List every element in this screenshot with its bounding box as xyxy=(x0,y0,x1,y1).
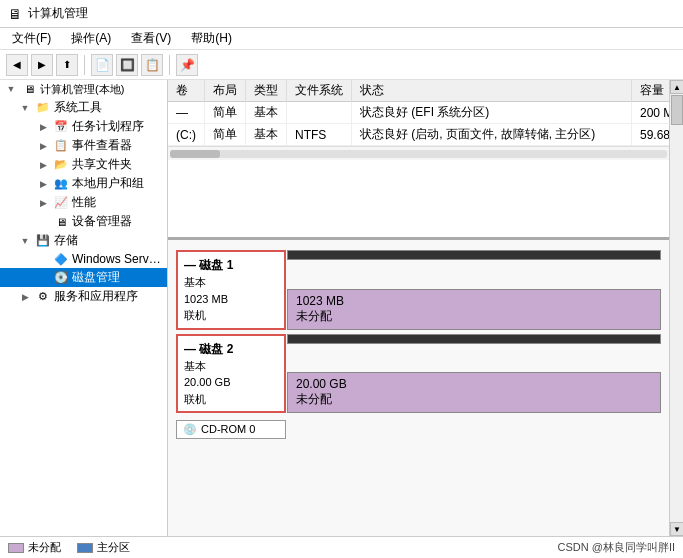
cell-status-0: 状态良好 (EFI 系统分区) xyxy=(352,102,632,124)
right-panel: 卷 布局 类型 文件系统 状态 容量 可用空间 — 简单 xyxy=(168,80,669,536)
col-status: 状态 xyxy=(352,80,632,102)
tree-item-eventviewer[interactable]: ▶ 📋 事件查看器 xyxy=(0,136,167,155)
tree-task-label: 任务计划程序 xyxy=(72,118,144,135)
menu-view[interactable]: 查看(V) xyxy=(127,30,175,47)
tree-item-devmgr[interactable]: ▶ 🖥 设备管理器 xyxy=(0,212,167,231)
legend-primary-label: 主分区 xyxy=(97,540,130,555)
disk2-partitions: 20.00 GB 未分配 xyxy=(286,334,661,414)
toolbar-sep2 xyxy=(169,55,170,75)
disk2-label: — 磁盘 2 基本 20.00 GB 联机 xyxy=(176,334,286,414)
tree-item-wsb[interactable]: ▶ 🔷 Windows Server Back xyxy=(0,250,167,268)
diskmgmt-icon: 💽 xyxy=(53,270,69,286)
tree-expand-perf: ▶ xyxy=(36,196,50,210)
title-bar: 🖥 计算机管理 xyxy=(0,0,683,28)
legend-primary: 主分区 xyxy=(77,540,130,555)
tree-item-systools[interactable]: ▼ 📁 系统工具 xyxy=(0,98,167,117)
folder-icon: 📁 xyxy=(35,100,51,116)
disk1-row: — 磁盘 1 基本 1023 MB 联机 1023 MB 未分配 xyxy=(176,250,661,330)
toolbar-btn1[interactable]: 📄 xyxy=(91,54,113,76)
toolbar-btn3[interactable]: 📋 xyxy=(141,54,163,76)
perf-icon: 📈 xyxy=(53,195,69,211)
toolbar-btn4[interactable]: 📌 xyxy=(176,54,198,76)
cell-layout-0: 简单 xyxy=(205,102,246,124)
app-window: 🖥 计算机管理 文件(F) 操作(A) 查看(V) 帮助(H) ◀ ▶ ⬆ 📄 … xyxy=(0,0,683,558)
col-fs: 文件系统 xyxy=(287,80,352,102)
vscroll-thumb[interactable] xyxy=(671,95,683,125)
disk2-unalloc-block: 20.00 GB 未分配 xyxy=(287,372,661,413)
tree-item-services[interactable]: ▶ ⚙ 服务和应用程序 xyxy=(0,287,167,306)
tree-item-users[interactable]: ▶ 👥 本地用户和组 xyxy=(0,174,167,193)
legend-primary-color xyxy=(77,543,93,553)
col-type: 类型 xyxy=(246,80,287,102)
shared-icon: 📂 xyxy=(53,157,69,173)
disk2-row: — 磁盘 2 基本 20.00 GB 联机 20.00 GB 未 xyxy=(176,334,661,414)
tree-item-perf[interactable]: ▶ 📈 性能 xyxy=(0,193,167,212)
menu-help[interactable]: 帮助(H) xyxy=(187,30,236,47)
tree-item-diskmgmt[interactable]: ▶ 💽 磁盘管理 xyxy=(0,268,167,287)
col-capacity: 容量 xyxy=(632,80,670,102)
tree-item-shared[interactable]: ▶ 📂 共享文件夹 xyxy=(0,155,167,174)
legend-unalloc-label: 未分配 xyxy=(28,540,61,555)
cdrom-label: 💿 CD-ROM 0 xyxy=(176,420,286,439)
tree-services-label: 服务和应用程序 xyxy=(54,288,138,305)
content-area: ▼ 🖥 计算机管理(本地) ▼ 📁 系统工具 ▶ 📅 任务计划程序 ▶ 📋 事件… xyxy=(0,80,683,536)
tree-root-label: 计算机管理(本地) xyxy=(40,82,124,97)
cell-fs-1: NTFS xyxy=(287,124,352,146)
menu-file[interactable]: 文件(F) xyxy=(8,30,55,47)
toolbar-forward[interactable]: ▶ xyxy=(31,54,53,76)
disk1-partitions: 1023 MB 未分配 xyxy=(286,250,661,330)
disk-view-vscroll[interactable]: ▲ ▼ xyxy=(669,80,683,536)
menu-bar: 文件(F) 操作(A) 查看(V) 帮助(H) xyxy=(0,28,683,50)
disk1-status: 联机 xyxy=(184,307,278,324)
toolbar: ◀ ▶ ⬆ 📄 🔲 📋 📌 xyxy=(0,50,683,80)
disk2-partition-row xyxy=(286,334,661,373)
tree-expand-systools: ▼ xyxy=(18,101,32,115)
disk1-unalloc-label: 未分配 xyxy=(296,308,652,325)
event-icon: 📋 xyxy=(53,138,69,154)
tree-expand-root: ▼ xyxy=(4,82,18,96)
toolbar-up[interactable]: ⬆ xyxy=(56,54,78,76)
legend-unalloc: 未分配 xyxy=(8,540,61,555)
col-layout: 布局 xyxy=(205,80,246,102)
tree-expand-task: ▶ xyxy=(36,120,50,134)
cell-vol-1: (C:) xyxy=(168,124,205,146)
disk1-partition-row xyxy=(286,250,661,289)
cell-cap-0: 200 MB xyxy=(632,102,670,124)
tree-item-storage[interactable]: ▼ 💾 存储 xyxy=(0,231,167,250)
tree-shared-label: 共享文件夹 xyxy=(72,156,132,173)
tree-expand-event: ▶ xyxy=(36,139,50,153)
disk1-type: 基本 xyxy=(184,274,278,291)
tree-item-taskscheduler[interactable]: ▶ 📅 任务计划程序 xyxy=(0,117,167,136)
menu-action[interactable]: 操作(A) xyxy=(67,30,115,47)
table-hscroll-thumb[interactable] xyxy=(170,150,220,158)
bottom-right-text: CSDN @林良同学叫胖II xyxy=(557,540,675,555)
cell-layout-1: 简单 xyxy=(205,124,246,146)
tree-event-label: 事件查看器 xyxy=(72,137,132,154)
cdrom-text: CD-ROM 0 xyxy=(201,423,255,435)
disk1-header-bar xyxy=(287,250,661,260)
cdrom-row: 💿 CD-ROM 0 xyxy=(176,417,661,441)
table-row[interactable]: (C:) 简单 基本 NTFS 状态良好 (启动, 页面文件, 故障转储, 主分… xyxy=(168,124,669,146)
table-hscroll[interactable] xyxy=(168,146,669,160)
vscroll-up[interactable]: ▲ xyxy=(670,80,683,94)
tree-wsb-label: Windows Server Back xyxy=(72,252,162,266)
bottom-bar: 未分配 主分区 CSDN @林良同学叫胖II xyxy=(0,536,683,558)
tree-expand-storage: ▼ xyxy=(18,234,32,248)
tree-root[interactable]: ▼ 🖥 计算机管理(本地) xyxy=(0,80,167,98)
table-row[interactable]: — 简单 基本 状态良好 (EFI 系统分区) 200 MB 200 MB xyxy=(168,102,669,124)
storage-icon: 💾 xyxy=(35,233,51,249)
disk2-title: — 磁盘 2 xyxy=(184,340,278,358)
disk2-type: 基本 xyxy=(184,358,278,375)
vscroll-down[interactable]: ▼ xyxy=(670,522,683,536)
disk1-unalloc-block: 1023 MB 未分配 xyxy=(287,289,661,330)
disk-view-area: — 磁盘 1 基本 1023 MB 联机 1023 MB 未分配 xyxy=(168,240,669,536)
cell-type-1: 基本 xyxy=(246,124,287,146)
task-icon: 📅 xyxy=(53,119,69,135)
tree-perf-label: 性能 xyxy=(72,194,96,211)
volume-table: 卷 布局 类型 文件系统 状态 容量 可用空间 — 简单 xyxy=(168,80,669,146)
tree-expand-services: ▶ xyxy=(18,290,32,304)
tree-expand-shared: ▶ xyxy=(36,158,50,172)
tree-devmgr-label: 设备管理器 xyxy=(72,213,132,230)
toolbar-back[interactable]: ◀ xyxy=(6,54,28,76)
toolbar-btn2[interactable]: 🔲 xyxy=(116,54,138,76)
